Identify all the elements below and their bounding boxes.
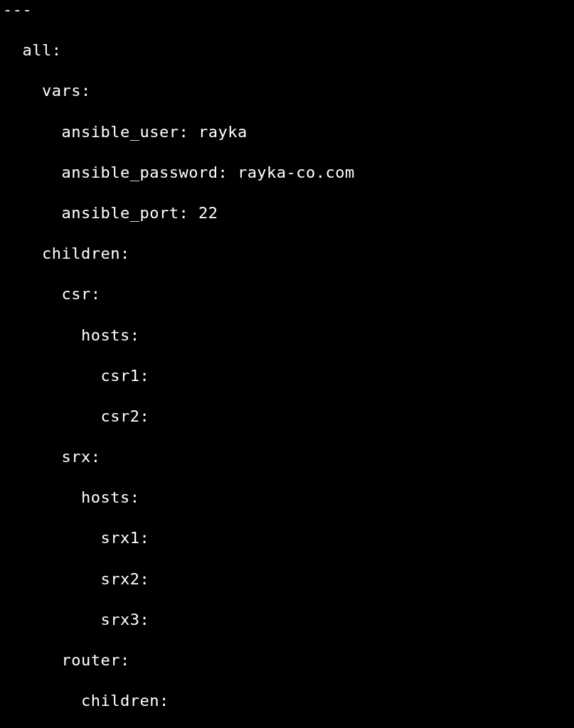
yaml-line: srx3: (3, 610, 574, 631)
yaml-line: ansible_password: rayka-co.com (3, 163, 574, 183)
yaml-line: csr2: (3, 407, 574, 427)
yaml-line: hosts: (3, 326, 574, 346)
yaml-line: srx1: (3, 528, 574, 549)
yaml-line: --- (3, 0, 574, 21)
yaml-line: csr: (3, 284, 574, 305)
yaml-line: children: (3, 691, 574, 712)
yaml-line: vars: (3, 81, 574, 102)
yaml-line: all: (3, 41, 574, 61)
yaml-line: csr1: (3, 366, 574, 387)
yaml-line: srx: (3, 447, 574, 468)
yaml-line: children: (3, 244, 574, 264)
yaml-line: srx2: (3, 569, 574, 590)
yaml-line: ansible_user: rayka (3, 122, 574, 143)
yaml-line: router: (3, 651, 574, 671)
yaml-line: hosts: (3, 488, 574, 508)
yaml-line: ansible_port: 22 (3, 203, 574, 224)
terminal-output: --- all: vars: ansible_user: rayka ansib… (0, 0, 574, 728)
